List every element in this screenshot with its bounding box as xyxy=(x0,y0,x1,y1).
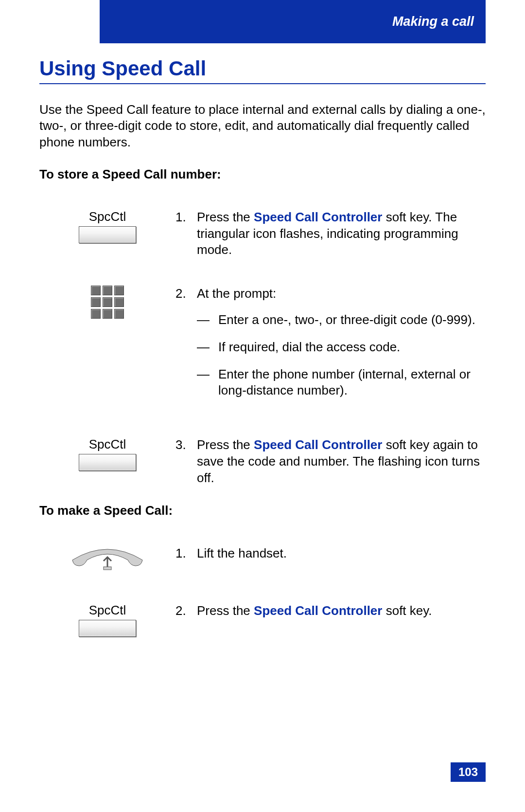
step-number: 1. xyxy=(175,209,197,258)
text-post: soft key. xyxy=(382,603,432,618)
step-icon-col: SpcCtl xyxy=(39,209,175,243)
keypad-icon xyxy=(91,286,124,319)
sublist-item: — Enter the phone number (internal, exte… xyxy=(175,366,486,399)
bullet-dash: — xyxy=(197,339,218,356)
chapter-header: Making a call xyxy=(100,0,486,43)
page: Making a call Using Speed Call Use the S… xyxy=(0,0,525,812)
step-number: 1. xyxy=(175,545,197,562)
numbered-line: 1. Press the Speed Call Controller soft … xyxy=(175,209,486,258)
step-body: At the prompt: xyxy=(197,286,486,302)
step-text: 2. Press the Speed Call Controller soft … xyxy=(175,603,486,619)
step-row: SpcCtl 1. Press the Speed Call Controlle… xyxy=(39,209,486,258)
text-pre: Press the xyxy=(197,603,254,618)
bullet-dash: — xyxy=(197,312,218,328)
text-emph: Speed Call Controller xyxy=(254,210,382,224)
step-row: SpcCtl 2. Press the Speed Call Controlle… xyxy=(39,603,486,637)
step-number: 3. xyxy=(175,437,197,486)
step-body: Press the Speed Call Controller soft key… xyxy=(197,603,486,619)
softkey-label: SpcCtl xyxy=(89,603,126,618)
softkey-label: SpcCtl xyxy=(89,209,126,224)
section-heading-make: To make a Speed Call: xyxy=(39,503,486,518)
step-icon-col xyxy=(39,545,175,571)
numbered-line: 3. Press the Speed Call Controller soft … xyxy=(175,437,486,486)
content: Using Speed Call Use the Speed Call feat… xyxy=(39,43,486,812)
step-icon-col: SpcCtl xyxy=(39,437,175,471)
chapter-label: Making a call xyxy=(392,14,474,29)
svg-rect-0 xyxy=(104,567,111,570)
text-pre: Press the xyxy=(197,437,254,452)
handset-lift-icon xyxy=(69,545,146,571)
step-number: 2. xyxy=(175,603,197,619)
step-body: Press the Speed Call Controller soft key… xyxy=(197,437,486,486)
step-body: Lift the handset. xyxy=(197,545,486,562)
make-steps: 1. Lift the handset. SpcCtl 2. Press the… xyxy=(39,545,486,637)
step-row: SpcCtl 3. Press the Speed Call Controlle… xyxy=(39,437,486,486)
step-text: 2. At the prompt: — Enter a one-, two-, … xyxy=(175,286,486,410)
text-emph: Speed Call Controller xyxy=(254,437,382,452)
step-text: 1. Press the Speed Call Controller soft … xyxy=(175,209,486,258)
step-text: 1. Lift the handset. xyxy=(175,545,486,562)
text-emph: Speed Call Controller xyxy=(254,603,382,618)
step-row: 2. At the prompt: — Enter a one-, two-, … xyxy=(39,286,486,410)
sublist-text: If required, dial the access code. xyxy=(218,339,486,356)
store-steps: SpcCtl 1. Press the Speed Call Controlle… xyxy=(39,209,486,487)
text-pre: Press the xyxy=(197,210,254,224)
softkey-icon xyxy=(79,454,136,471)
section-heading-store: To store a Speed Call number: xyxy=(39,167,486,182)
intro-paragraph: Use the Speed Call feature to place inte… xyxy=(39,102,486,150)
sublist-item: — If required, dial the access code. xyxy=(175,339,486,356)
step-number: 2. xyxy=(175,286,197,302)
softkey-label: SpcCtl xyxy=(89,437,126,452)
page-number: 103 xyxy=(451,762,486,782)
step-text: 3. Press the Speed Call Controller soft … xyxy=(175,437,486,486)
step-body: Press the Speed Call Controller soft key… xyxy=(197,209,486,258)
sublist-text: Enter the phone number (internal, extern… xyxy=(218,366,486,399)
step-icon-col: SpcCtl xyxy=(39,603,175,637)
step-icon-col xyxy=(39,286,175,319)
step-row: 1. Lift the handset. xyxy=(39,545,486,571)
page-title: Using Speed Call xyxy=(39,57,486,84)
sublist-item: — Enter a one-, two-, or three-digit cod… xyxy=(175,312,486,328)
softkey-icon xyxy=(79,620,136,637)
numbered-line: 2. Press the Speed Call Controller soft … xyxy=(175,603,486,619)
bullet-dash: — xyxy=(197,366,218,399)
numbered-line: 2. At the prompt: xyxy=(175,286,486,302)
numbered-line: 1. Lift the handset. xyxy=(175,545,486,562)
softkey-icon xyxy=(79,226,136,243)
sublist-text: Enter a one-, two-, or three-digit code … xyxy=(218,312,486,328)
sublist: — Enter a one-, two-, or three-digit cod… xyxy=(175,312,486,399)
